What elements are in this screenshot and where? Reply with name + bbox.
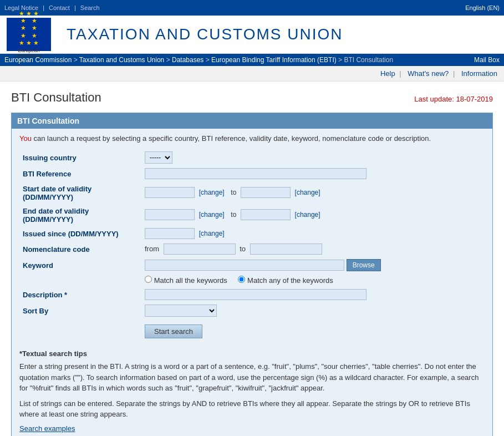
- keyword-cell: Browse: [141, 257, 485, 273]
- description-input[interactable]: [145, 289, 366, 300]
- sep1: |: [399, 69, 401, 78]
- nomenclature-row: Nomenclature code from to: [19, 241, 485, 257]
- bti-intro: You can launch a request by selecting a …: [19, 134, 485, 143]
- issued-since-change[interactable]: [change]: [199, 230, 225, 237]
- tips-para1: Enter a string present in the BTI. A str…: [19, 361, 485, 394]
- nav-bar: European Commission > Taxation and Custo…: [0, 54, 504, 66]
- nomenclature-from-input[interactable]: [164, 244, 236, 255]
- start-date-cell: [change] to [change]: [141, 181, 485, 204]
- site-title: TAXATION AND CUSTOMS UNION: [67, 26, 343, 43]
- end-date-to-input[interactable]: [241, 209, 291, 220]
- end-date-row: End date of validity (DD/MM/YYYY) [chang…: [19, 204, 485, 226]
- help-link[interactable]: Help: [380, 69, 395, 78]
- top-bar: Legal Notice | Contact | Search English …: [0, 0, 504, 16]
- description-row: Description *: [19, 287, 485, 302]
- eu-logo: ★ ★ ★★ ★★ ★★ ★★ ★ ★ European Commission: [7, 18, 51, 51]
- issuing-country-select[interactable]: -----: [145, 151, 172, 164]
- bti-reference-cell: [141, 166, 485, 181]
- bti-reference-row: BTI Reference: [19, 166, 485, 181]
- intro-you: You: [19, 134, 32, 143]
- start-date-from-input[interactable]: [145, 187, 195, 198]
- bti-reference-label: BTI Reference: [19, 166, 141, 181]
- start-search-button[interactable]: Start search: [145, 325, 202, 338]
- logo-area: ★ ★ ★★ ★★ ★★ ★★ ★ ★ European Commission …: [7, 18, 343, 51]
- nom-to-text: to: [240, 245, 246, 253]
- end-date-from-change[interactable]: [change]: [199, 211, 225, 219]
- end-date-to-text: to: [231, 211, 236, 219]
- breadcrumb-databases[interactable]: Databases: [172, 56, 203, 64]
- intro-rest: can launch a request by selecting a spec…: [32, 134, 431, 143]
- sep2: |: [453, 69, 455, 78]
- tips-para2: List of strings can be entered. Separate…: [19, 398, 485, 420]
- issued-since-label: Issued since (DD/MM/YYYY): [19, 226, 141, 241]
- start-date-label: Start date of validity (DD/MM/YYYY): [19, 181, 141, 204]
- end-date-label: End date of validity (DD/MM/YYYY): [19, 204, 141, 226]
- match-all-label[interactable]: Match all the keywords: [145, 276, 229, 285]
- search-link[interactable]: Search: [80, 4, 100, 11]
- breadcrumb-tcu[interactable]: Taxation and Customs Union: [79, 56, 164, 64]
- last-update: Last update: 18-07-2019: [414, 95, 493, 103]
- contact-link[interactable]: Contact: [49, 4, 70, 11]
- description-cell: [141, 287, 485, 302]
- description-label: Description *: [19, 287, 141, 302]
- match-any-label[interactable]: Match any of the keywords: [238, 276, 333, 285]
- breadcrumb-ebti[interactable]: European Binding Tariff Information (EBT…: [211, 56, 337, 64]
- sort-by-select[interactable]: [145, 305, 217, 317]
- page-header: ★ ★ ★★ ★★ ★★ ★★ ★ ★ European Commission …: [0, 16, 504, 54]
- match-radio-row: Match all the keywords Match any of the …: [19, 273, 485, 287]
- nomenclature-to-input[interactable]: [250, 244, 322, 255]
- search-form: Issuing country ----- BTI Reference: [19, 149, 485, 341]
- page-title-row: BTI Consultation Last update: 18-07-2019: [11, 90, 493, 105]
- match-all-radio[interactable]: [145, 276, 152, 283]
- breadcrumb: European Commission > Taxation and Custo…: [4, 56, 393, 64]
- bti-consultation-box: BTI Consultation You can launch a reques…: [11, 113, 493, 436]
- issued-since-cell: [change]: [141, 226, 485, 241]
- information-link[interactable]: Information: [461, 69, 497, 78]
- issued-since-row: Issued since (DD/MM/YYYY) [change]: [19, 226, 485, 241]
- nomenclature-cell: from to: [141, 241, 485, 257]
- sort-by-row: Sort By: [19, 302, 485, 319]
- start-date-from-change[interactable]: [change]: [199, 189, 225, 196]
- keyword-input[interactable]: [145, 260, 344, 271]
- start-date-row: Start date of validity (DD/MM/YYYY) [cha…: [19, 181, 485, 204]
- breadcrumb-ec[interactable]: European Commission: [4, 56, 72, 64]
- page-content: BTI Consultation Last update: 18-07-2019…: [0, 82, 504, 436]
- issuing-country-label: Issuing country: [19, 149, 141, 166]
- match-any-radio[interactable]: [238, 276, 245, 283]
- language-selector[interactable]: English (EN): [465, 4, 500, 11]
- breadcrumb-current: BTI Consultation: [344, 56, 393, 64]
- issuing-country-row: Issuing country -----: [19, 149, 485, 166]
- start-date-to-input[interactable]: [241, 187, 291, 198]
- eu-stars-icon: ★ ★ ★★ ★★ ★★ ★★ ★ ★: [19, 10, 39, 47]
- keyword-label: Keyword: [19, 257, 141, 273]
- keyword-row: Keyword Browse: [19, 257, 485, 273]
- sort-by-label: Sort By: [19, 302, 141, 319]
- end-date-cell: [change] to [change]: [141, 204, 485, 226]
- bti-box-header: BTI Consultation: [12, 113, 492, 129]
- start-date-to-change[interactable]: [change]: [295, 189, 320, 196]
- sort-by-cell: [141, 302, 485, 319]
- search-examples-link[interactable]: Search examples: [19, 424, 75, 433]
- browse-button[interactable]: Browse: [347, 259, 381, 271]
- bti-box-body: You can launch a request by selecting a …: [12, 129, 492, 436]
- start-search-row: Start search: [19, 319, 485, 341]
- tips-section: *Textual search tips Enter a string pres…: [19, 349, 485, 433]
- start-date-to-text: to: [231, 189, 236, 196]
- end-date-to-change[interactable]: [change]: [295, 211, 320, 219]
- match-radio-cell: Match all the keywords Match any of the …: [141, 273, 485, 287]
- tips-title: *Textual search tips: [19, 349, 485, 358]
- end-date-from-input[interactable]: [145, 209, 195, 220]
- start-search-cell: Start search: [141, 319, 485, 341]
- issuing-country-cell: -----: [141, 149, 485, 166]
- help-bar: Help | What's new? | Information: [0, 66, 504, 82]
- nom-from-text: from: [145, 245, 159, 253]
- bti-reference-input[interactable]: [145, 168, 366, 179]
- issued-since-input[interactable]: [145, 228, 195, 239]
- nomenclature-label: Nomenclature code: [19, 241, 141, 257]
- page-title: BTI Consultation: [11, 90, 101, 105]
- whats-new-link[interactable]: What's new?: [408, 69, 449, 78]
- mailbox-link[interactable]: Mail Box: [474, 56, 500, 64]
